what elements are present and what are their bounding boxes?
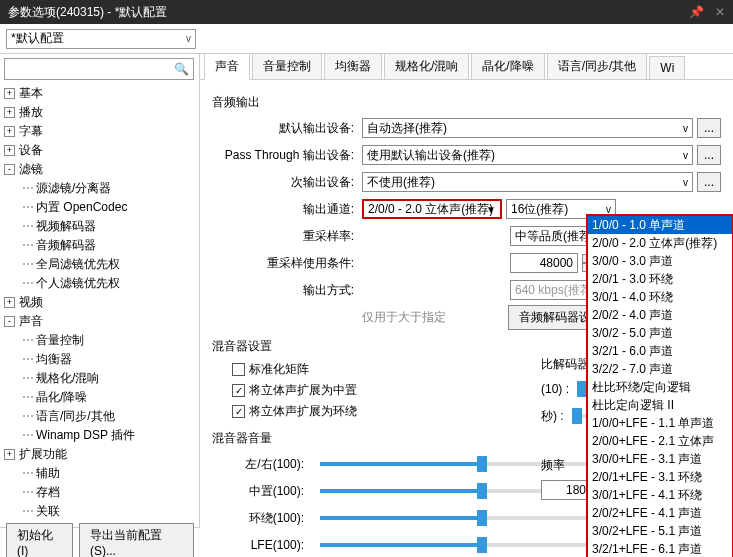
tree-node[interactable]: ⋯存档 — [4, 483, 195, 502]
dropdown-item[interactable]: 3/0/1 - 4.0 环绕 — [588, 288, 732, 306]
tree-dot: ⋯ — [22, 255, 34, 274]
expand-icon[interactable]: + — [4, 449, 15, 460]
dropdown-item[interactable]: 2/0/2+LFE - 4.1 声道 — [588, 504, 732, 522]
close-icon[interactable]: ✕ — [715, 5, 725, 19]
tree-node[interactable]: ⋯规格化/混响 — [4, 369, 195, 388]
dropdown-item[interactable]: 2/0/0 - 2.0 立体声(推荐) — [588, 234, 732, 252]
tree-node[interactable]: ⋯均衡器 — [4, 350, 195, 369]
slider-label: 中置(100): — [212, 483, 312, 500]
slider-label: 环绕(100): — [212, 510, 312, 527]
dropdown-item[interactable]: 3/2/1+LFE - 6.1 声道 — [588, 540, 732, 557]
input-freq[interactable] — [541, 480, 591, 500]
expand-icon[interactable]: - — [4, 164, 15, 175]
label-resample: 重采样率: — [212, 228, 362, 245]
tree-label: 音量控制 — [36, 331, 84, 350]
checkbox-box: ✓ — [232, 384, 245, 397]
tree-label: 视频 — [19, 293, 43, 312]
tree-label: 基本 — [19, 84, 43, 103]
expand-icon[interactable]: + — [4, 107, 15, 118]
dropdown-item[interactable]: 3/0/2+LFE - 5.1 声道 — [588, 522, 732, 540]
tree-dot: ⋯ — [22, 464, 34, 483]
tree-node[interactable]: -声音 — [4, 312, 195, 331]
tree-label: 视频解码器 — [36, 217, 96, 236]
tree-node[interactable]: +播放 — [4, 103, 195, 122]
dropdown-item[interactable]: 3/0/2 - 5.0 声道 — [588, 324, 732, 342]
channels-dropdown[interactable]: 1/0/0 - 1.0 单声道2/0/0 - 2.0 立体声(推荐)3/0/0 … — [586, 214, 733, 557]
tree-label: 字幕 — [19, 122, 43, 141]
tree-node[interactable]: +基本 — [4, 84, 195, 103]
dropdown-item[interactable]: 3/0/0+LFE - 3.1 声道 — [588, 450, 732, 468]
tree-node[interactable]: ⋯源滤镜/分离器 — [4, 179, 195, 198]
tree-label: 声音 — [19, 312, 43, 331]
label-resample-cond: 重采样使用条件: — [212, 255, 362, 272]
init-button[interactable]: 初始化(I) — [6, 523, 73, 557]
tree-node[interactable]: -滤镜 — [4, 160, 195, 179]
expand-icon[interactable]: + — [4, 145, 15, 156]
expand-icon[interactable]: - — [4, 316, 15, 327]
tree-label: 音频解码器 — [36, 236, 96, 255]
label-passthrough: Pass Through 输出设备: — [212, 147, 362, 164]
dropdown-item[interactable]: 1/0/0 - 1.0 单声道 — [588, 216, 732, 234]
search-input[interactable]: 🔍 — [4, 58, 194, 80]
dropdown-item[interactable]: 3/2/1 - 6.0 声道 — [588, 342, 732, 360]
dropdown-item[interactable]: 2/0/0+LFE - 2.1 立体声 — [588, 432, 732, 450]
tree-node[interactable]: ⋯Winamp DSP 插件 — [4, 426, 195, 445]
dropdown-item[interactable]: 杜比环绕/定向逻辑 — [588, 378, 732, 396]
dropdown-item[interactable]: 2/0/1+LFE - 3.1 环绕 — [588, 468, 732, 486]
dropdown-item[interactable]: 3/2/2 - 7.0 声道 — [588, 360, 732, 378]
tree-node[interactable]: +扩展功能 — [4, 445, 195, 464]
expand-icon[interactable]: + — [4, 297, 15, 308]
tab[interactable]: Wi — [649, 56, 685, 79]
tree-node[interactable]: ⋯音量控制 — [4, 331, 195, 350]
tab-bar: 声音音量控制均衡器规格化/混响晶化/降噪语言/同步/其他Wi — [200, 54, 733, 80]
tree-node[interactable]: +视频 — [4, 293, 195, 312]
tree-label: 内置 OpenCodec — [36, 198, 127, 217]
tree-node[interactable]: ⋯视频解码器 — [4, 217, 195, 236]
tab[interactable]: 规格化/混响 — [384, 54, 469, 79]
dropdown-item[interactable]: 1/0/0+LFE - 1.1 单声道 — [588, 414, 732, 432]
tree-dot: ⋯ — [22, 502, 34, 521]
tree-node[interactable]: ⋯个人滤镜优先权 — [4, 274, 195, 293]
dropdown-item[interactable]: 3/0/0 - 3.0 声道 — [588, 252, 732, 270]
checkbox-box: ✓ — [232, 405, 245, 418]
tree-label: 个人滤镜优先权 — [36, 274, 120, 293]
chevron-down-icon: v — [186, 33, 191, 44]
tree-dot: ⋯ — [22, 236, 34, 255]
tab[interactable]: 语言/同步/其他 — [547, 54, 648, 79]
tab[interactable]: 声音 — [204, 54, 250, 80]
tree-node[interactable]: +设备 — [4, 141, 195, 160]
tree-node[interactable]: ⋯语言/同步/其他 — [4, 407, 195, 426]
tree-dot: ⋯ — [22, 217, 34, 236]
tab[interactable]: 晶化/降噪 — [471, 54, 544, 79]
tab[interactable]: 音量控制 — [252, 54, 322, 79]
tree-label: 规格化/混响 — [36, 369, 99, 388]
export-button[interactable]: 导出当前配置(S)... — [79, 523, 194, 557]
tree-node[interactable]: ⋯全局滤镜优先权 — [4, 255, 195, 274]
dropdown-item[interactable]: 2/0/2 - 4.0 声道 — [588, 306, 732, 324]
tree-dot: ⋯ — [22, 426, 34, 445]
tree-dot: ⋯ — [22, 198, 34, 217]
dropdown-item[interactable]: 杜比定向逻辑 II — [588, 396, 732, 414]
tree-node[interactable]: ⋯晶化/降噪 — [4, 388, 195, 407]
tree-node[interactable]: ⋯辅助 — [4, 464, 195, 483]
expand-icon[interactable]: + — [4, 88, 15, 99]
tree-node[interactable]: ⋯内置 OpenCodec — [4, 198, 195, 217]
label-outmode: 输出方式: — [212, 282, 362, 299]
tree-label: 辅助 — [36, 464, 60, 483]
profile-combo[interactable]: *默认配置 v — [6, 29, 196, 49]
expand-icon[interactable]: + — [4, 126, 15, 137]
tree-label: 播放 — [19, 103, 43, 122]
pin-icon[interactable]: 📌 — [689, 5, 704, 19]
dropdown-item[interactable]: 3/0/1+LFE - 4.1 环绕 — [588, 486, 732, 504]
toolbar: *默认配置 v — [0, 24, 733, 54]
label-channels: 输出通道: — [212, 201, 362, 218]
tree-node[interactable]: ⋯关联 — [4, 502, 195, 521]
dropdown-item[interactable]: 2/0/1 - 3.0 环绕 — [588, 270, 732, 288]
tree-label: 晶化/降噪 — [36, 388, 87, 407]
tree-node[interactable]: +字幕 — [4, 122, 195, 141]
tree-label: 语言/同步/其他 — [36, 407, 115, 426]
tree-node[interactable]: ⋯音频解码器 — [4, 236, 195, 255]
select-channels[interactable]: 2/0/0 - 2.0 立体声(推荐)▼ — [362, 199, 502, 219]
tab[interactable]: 均衡器 — [324, 54, 382, 79]
tree-dot: ⋯ — [22, 179, 34, 198]
